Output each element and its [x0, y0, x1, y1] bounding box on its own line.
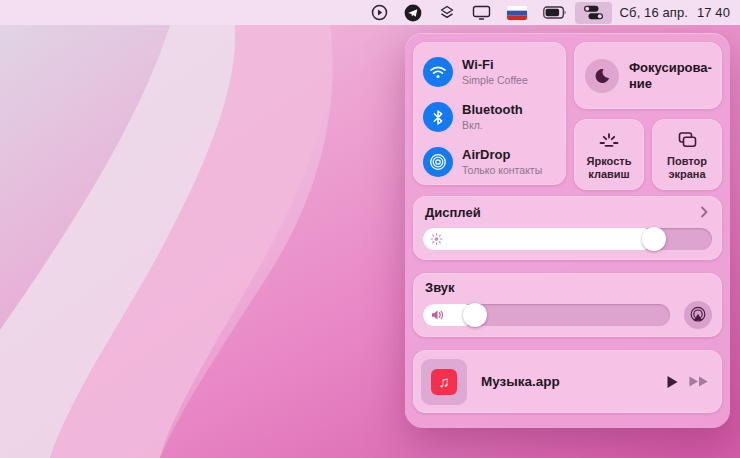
bluetooth-icon [423, 102, 453, 132]
menu-item-layers[interactable] [430, 2, 464, 24]
keyboard-brightness-button[interactable]: Яркость клавиш [574, 119, 644, 190]
menu-item-control-center[interactable] [575, 2, 612, 24]
wifi-status: Simple Coffee [462, 74, 528, 86]
wifi-toggle[interactable]: Wi-Fi Simple Coffee [423, 55, 563, 89]
brightness-slider[interactable] [423, 228, 712, 250]
brightness-sun-icon [430, 233, 443, 246]
music-app-icon: ♫ [431, 369, 457, 395]
menu-item-telegram[interactable] [396, 2, 430, 24]
focus-label: Фокусирова- ние [629, 60, 712, 92]
layers-icon [438, 4, 456, 22]
bluetooth-status: Вкл. [462, 119, 523, 131]
brightness-slider-fill [423, 228, 654, 250]
volume-slider[interactable] [423, 304, 670, 326]
screen-mirroring-icon [675, 127, 699, 153]
menu-item-media[interactable] [363, 2, 396, 24]
menu-clock[interactable]: Сб, 16 апр. 17 40 [612, 5, 732, 20]
airdrop-icon [423, 147, 453, 177]
brightness-slider-thumb[interactable] [642, 227, 666, 251]
screen-mirroring-button[interactable]: Повтор экрана [652, 119, 722, 190]
play-circle-icon [371, 4, 388, 21]
desktop: Сб, 16 апр. 17 40 Wi-Fi Simple Coffee [0, 0, 740, 458]
keyboard-brightness-icon [597, 127, 621, 153]
sound-card: Звук [413, 273, 722, 337]
wifi-title: Wi-Fi [462, 58, 528, 73]
ru-flag-icon [507, 6, 527, 20]
keyboard-brightness-label: Яркость клавиш [587, 155, 632, 181]
play-button[interactable] [664, 374, 680, 390]
music-title: Музыка.app [481, 374, 664, 389]
menu-bar: Сб, 16 апр. 17 40 [0, 0, 740, 25]
connectivity-card: Wi-Fi Simple Coffee Bluetooth Вкл. [413, 42, 566, 185]
music-card[interactable]: ♫ Музыка.app [413, 350, 722, 413]
display-icon [472, 4, 491, 21]
control-center-panel: Wi-Fi Simple Coffee Bluetooth Вкл. [405, 33, 730, 428]
airplay-audio-icon [688, 305, 708, 325]
menu-item-battery[interactable] [535, 2, 575, 24]
display-card: Дисплей [413, 196, 722, 260]
airplay-audio-button[interactable] [684, 301, 712, 329]
moon-icon [585, 59, 619, 93]
speaker-icon [430, 309, 445, 322]
airdrop-toggle[interactable]: AirDrop Только контакты [423, 145, 563, 179]
airdrop-status: Только контакты [462, 164, 542, 176]
volume-slider-thumb[interactable] [463, 303, 487, 327]
clock-date: Сб, 16 апр. [620, 5, 688, 20]
screen-mirroring-label: Повтор экрана [667, 155, 707, 181]
menu-item-display[interactable] [464, 2, 499, 24]
chevron-right-icon[interactable] [696, 204, 712, 220]
menu-item-input-language[interactable] [499, 2, 535, 24]
battery-icon [543, 6, 567, 19]
clock-time: 17 40 [697, 5, 730, 20]
sound-title: Звук [425, 280, 455, 295]
telegram-icon [404, 4, 422, 22]
wifi-icon [423, 57, 453, 87]
airdrop-title: AirDrop [462, 148, 542, 163]
bluetooth-toggle[interactable]: Bluetooth Вкл. [423, 100, 563, 134]
display-title: Дисплей [425, 205, 481, 220]
fast-forward-button[interactable] [688, 375, 710, 388]
focus-button[interactable]: Фокусирова- ние [574, 42, 722, 109]
bluetooth-title: Bluetooth [462, 103, 523, 118]
control-center-icon [583, 5, 604, 20]
album-art: ♫ [421, 359, 467, 405]
menu-bar-status-items: Сб, 16 апр. 17 40 [363, 2, 732, 24]
